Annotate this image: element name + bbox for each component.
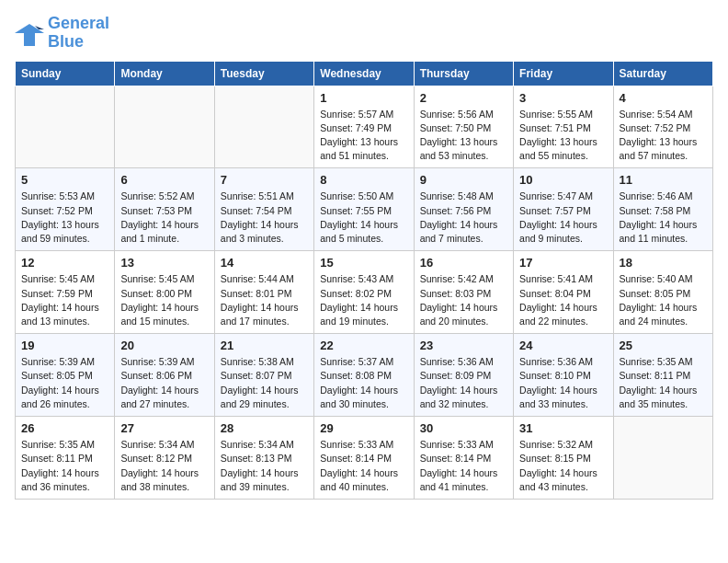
day-number: 29 xyxy=(320,421,407,435)
day-info: Sunrise: 5:45 AM Sunset: 7:59 PM Dayligh… xyxy=(21,272,108,328)
calendar-cell: 7Sunrise: 5:51 AM Sunset: 7:54 PM Daylig… xyxy=(214,168,313,251)
day-number: 17 xyxy=(519,256,607,270)
calendar-cell: 3Sunrise: 5:55 AM Sunset: 7:51 PM Daylig… xyxy=(514,86,613,168)
logo-text-line1: General xyxy=(48,15,109,33)
day-info: Sunrise: 5:33 AM Sunset: 8:14 PM Dayligh… xyxy=(420,438,507,494)
calendar-cell: 6Sunrise: 5:52 AM Sunset: 7:53 PM Daylig… xyxy=(115,168,214,251)
calendar-cell xyxy=(16,86,115,168)
day-info: Sunrise: 5:34 AM Sunset: 8:12 PM Dayligh… xyxy=(120,438,208,494)
calendar-cell: 30Sunrise: 5:33 AM Sunset: 8:14 PM Dayli… xyxy=(414,417,513,500)
day-number: 12 xyxy=(21,256,108,270)
day-number: 3 xyxy=(519,91,607,105)
calendar-cell: 25Sunrise: 5:35 AM Sunset: 8:11 PM Dayli… xyxy=(613,334,712,417)
logo-icon xyxy=(15,20,44,46)
week-row-0: 1Sunrise: 5:57 AM Sunset: 7:49 PM Daylig… xyxy=(16,86,713,168)
header-thursday: Thursday xyxy=(414,61,513,86)
calendar-cell: 9Sunrise: 5:48 AM Sunset: 7:56 PM Daylig… xyxy=(414,168,513,251)
calendar-cell: 14Sunrise: 5:44 AM Sunset: 8:01 PM Dayli… xyxy=(214,251,313,334)
calendar-cell: 20Sunrise: 5:39 AM Sunset: 8:06 PM Dayli… xyxy=(115,334,214,417)
day-info: Sunrise: 5:52 AM Sunset: 7:53 PM Dayligh… xyxy=(120,190,208,246)
day-number: 13 xyxy=(120,256,208,270)
week-row-4: 26Sunrise: 5:35 AM Sunset: 8:11 PM Dayli… xyxy=(16,417,713,500)
day-info: Sunrise: 5:40 AM Sunset: 8:05 PM Dayligh… xyxy=(620,272,707,328)
day-number: 27 xyxy=(120,421,208,435)
calendar-cell: 22Sunrise: 5:37 AM Sunset: 8:08 PM Dayli… xyxy=(314,334,414,417)
day-info: Sunrise: 5:37 AM Sunset: 8:08 PM Dayligh… xyxy=(320,355,407,411)
day-info: Sunrise: 5:46 AM Sunset: 7:58 PM Dayligh… xyxy=(620,190,707,246)
calendar-cell: 28Sunrise: 5:34 AM Sunset: 8:13 PM Dayli… xyxy=(214,417,313,500)
day-number: 11 xyxy=(620,173,707,187)
header-saturday: Saturday xyxy=(613,61,712,86)
day-number: 23 xyxy=(420,339,507,352)
calendar-cell: 29Sunrise: 5:33 AM Sunset: 8:14 PM Dayli… xyxy=(314,417,414,500)
day-number: 5 xyxy=(21,173,108,187)
day-number: 25 xyxy=(620,339,707,352)
calendar-cell: 19Sunrise: 5:39 AM Sunset: 8:05 PM Dayli… xyxy=(16,334,115,417)
calendar-table: SundayMondayTuesdayWednesdayThursdayFrid… xyxy=(15,61,713,500)
week-row-2: 12Sunrise: 5:45 AM Sunset: 7:59 PM Dayli… xyxy=(16,251,713,334)
header-wednesday: Wednesday xyxy=(314,61,414,86)
day-info: Sunrise: 5:36 AM Sunset: 8:10 PM Dayligh… xyxy=(519,355,607,411)
calendar-cell: 12Sunrise: 5:45 AM Sunset: 7:59 PM Dayli… xyxy=(16,251,115,334)
calendar-cell: 26Sunrise: 5:35 AM Sunset: 8:11 PM Dayli… xyxy=(16,417,115,500)
calendar-header: SundayMondayTuesdayWednesdayThursdayFrid… xyxy=(16,61,713,86)
day-number: 2 xyxy=(420,91,507,105)
day-info: Sunrise: 5:35 AM Sunset: 8:11 PM Dayligh… xyxy=(21,438,108,494)
calendar-cell: 13Sunrise: 5:45 AM Sunset: 8:00 PM Dayli… xyxy=(115,251,214,334)
calendar-cell: 24Sunrise: 5:36 AM Sunset: 8:10 PM Dayli… xyxy=(514,334,613,417)
calendar-cell: 15Sunrise: 5:43 AM Sunset: 8:02 PM Dayli… xyxy=(314,251,414,334)
day-info: Sunrise: 5:32 AM Sunset: 8:15 PM Dayligh… xyxy=(519,438,607,494)
day-info: Sunrise: 5:36 AM Sunset: 8:09 PM Dayligh… xyxy=(420,355,507,411)
day-info: Sunrise: 5:47 AM Sunset: 7:57 PM Dayligh… xyxy=(519,190,607,246)
day-info: Sunrise: 5:53 AM Sunset: 7:52 PM Dayligh… xyxy=(21,190,108,246)
calendar-cell: 23Sunrise: 5:36 AM Sunset: 8:09 PM Dayli… xyxy=(414,334,513,417)
day-info: Sunrise: 5:43 AM Sunset: 8:02 PM Dayligh… xyxy=(320,272,407,328)
day-number: 4 xyxy=(620,91,707,105)
calendar-cell: 11Sunrise: 5:46 AM Sunset: 7:58 PM Dayli… xyxy=(613,168,712,251)
week-row-1: 5Sunrise: 5:53 AM Sunset: 7:52 PM Daylig… xyxy=(16,168,713,251)
day-info: Sunrise: 5:39 AM Sunset: 8:06 PM Dayligh… xyxy=(120,355,208,411)
day-number: 30 xyxy=(420,421,507,435)
day-info: Sunrise: 5:39 AM Sunset: 8:05 PM Dayligh… xyxy=(21,355,108,411)
calendar-cell xyxy=(214,86,313,168)
calendar-cell xyxy=(613,417,712,500)
day-number: 7 xyxy=(221,173,308,187)
header-sunday: Sunday xyxy=(16,61,115,86)
logo-text-line2: Blue xyxy=(48,33,109,52)
day-info: Sunrise: 5:57 AM Sunset: 7:49 PM Dayligh… xyxy=(320,108,407,164)
day-number: 26 xyxy=(21,421,108,435)
calendar-cell xyxy=(115,86,214,168)
calendar-body: 1Sunrise: 5:57 AM Sunset: 7:49 PM Daylig… xyxy=(16,86,713,499)
day-info: Sunrise: 5:33 AM Sunset: 8:14 PM Dayligh… xyxy=(320,438,407,494)
day-number: 18 xyxy=(620,256,707,270)
day-number: 24 xyxy=(519,339,607,352)
day-number: 19 xyxy=(21,339,108,352)
day-number: 9 xyxy=(420,173,507,187)
day-number: 15 xyxy=(320,256,407,270)
calendar-cell: 21Sunrise: 5:38 AM Sunset: 8:07 PM Dayli… xyxy=(214,334,313,417)
svg-marker-0 xyxy=(15,24,44,46)
day-number: 16 xyxy=(420,256,507,270)
day-info: Sunrise: 5:54 AM Sunset: 7:52 PM Dayligh… xyxy=(620,108,707,164)
day-info: Sunrise: 5:55 AM Sunset: 7:51 PM Dayligh… xyxy=(519,108,607,164)
calendar-cell: 5Sunrise: 5:53 AM Sunset: 7:52 PM Daylig… xyxy=(16,168,115,251)
calendar-cell: 4Sunrise: 5:54 AM Sunset: 7:52 PM Daylig… xyxy=(613,86,712,168)
calendar-cell: 31Sunrise: 5:32 AM Sunset: 8:15 PM Dayli… xyxy=(514,417,613,500)
calendar-cell: 1Sunrise: 5:57 AM Sunset: 7:49 PM Daylig… xyxy=(314,86,414,168)
logo: General Blue xyxy=(15,15,109,52)
calendar-cell: 8Sunrise: 5:50 AM Sunset: 7:55 PM Daylig… xyxy=(314,168,414,251)
day-number: 20 xyxy=(120,339,208,352)
day-info: Sunrise: 5:35 AM Sunset: 8:11 PM Dayligh… xyxy=(620,355,707,411)
page-header: General Blue xyxy=(15,15,713,52)
day-info: Sunrise: 5:50 AM Sunset: 7:55 PM Dayligh… xyxy=(320,190,407,246)
day-info: Sunrise: 5:42 AM Sunset: 8:03 PM Dayligh… xyxy=(420,272,507,328)
calendar-cell: 10Sunrise: 5:47 AM Sunset: 7:57 PM Dayli… xyxy=(514,168,613,251)
calendar-cell: 17Sunrise: 5:41 AM Sunset: 8:04 PM Dayli… xyxy=(514,251,613,334)
day-info: Sunrise: 5:48 AM Sunset: 7:56 PM Dayligh… xyxy=(420,190,507,246)
header-tuesday: Tuesday xyxy=(214,61,313,86)
day-number: 8 xyxy=(320,173,407,187)
calendar-cell: 18Sunrise: 5:40 AM Sunset: 8:05 PM Dayli… xyxy=(613,251,712,334)
day-info: Sunrise: 5:41 AM Sunset: 8:04 PM Dayligh… xyxy=(519,272,607,328)
header-monday: Monday xyxy=(115,61,214,86)
day-number: 28 xyxy=(221,421,308,435)
